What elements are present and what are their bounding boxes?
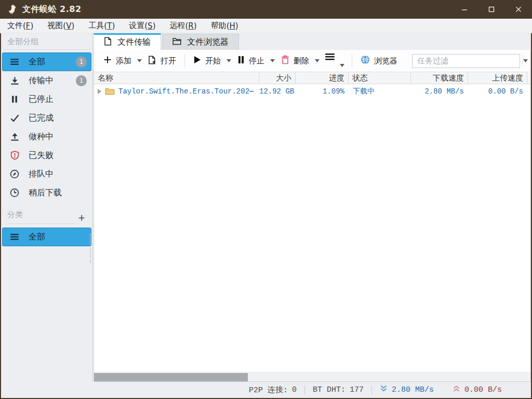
menu-tools[interactable]: 工具(T) (88, 21, 115, 31)
download-icon (9, 76, 20, 85)
sidebar-item-seeding[interactable]: 做种中 (2, 127, 91, 146)
sidebar-item-label: 已失败 (29, 150, 54, 161)
chevron-down-icon[interactable] (270, 59, 275, 62)
task-name-cell: Taylor.Swift.The.Eras.Tour.202⋯ (94, 87, 259, 96)
p2p-connections: P2P 连接: 0 (249, 385, 297, 395)
window-controls (451, 0, 532, 19)
column-header-stub (527, 72, 532, 84)
app-window: 文件蜈蚣 2.82 文件(F) 视图(V) 工具(T) 设置(S) 远程(R) … (0, 0, 532, 399)
maximize-button[interactable] (478, 0, 505, 19)
task-down-speed: 2.80 MB/s (411, 87, 468, 96)
start-button[interactable]: 开始 (190, 53, 234, 69)
count-badge: 1 (76, 57, 87, 68)
group-section-label: 全部分组 (1, 35, 92, 49)
menu-remote[interactable]: 远程(R) (169, 21, 196, 31)
open-button[interactable]: 打开 (145, 53, 179, 69)
sidebar-item-completed[interactable]: 已完成 (2, 109, 91, 127)
task-size: 12.92 GB (259, 87, 296, 96)
statusbar-divider (304, 385, 305, 395)
tab-file-transfer[interactable]: 文件传输 (94, 33, 161, 50)
pause-icon (9, 95, 20, 103)
sidebar-item-all[interactable]: 全部 1 (2, 52, 91, 71)
task-filter-combobox (412, 54, 520, 68)
transfer-panel: 添加 打开 (94, 50, 531, 382)
sidebar-item-stopped[interactable]: 已停止 (2, 90, 91, 109)
category-item-all[interactable]: 全部 (2, 228, 91, 246)
column-header-name[interactable]: 名称 (94, 72, 259, 84)
titlebar: 文件蜈蚣 2.82 (0, 0, 532, 19)
p2p-value: 0 (292, 385, 297, 394)
table-header: 名称 大小 进度 状态 下载速度 上传速度 (94, 72, 530, 84)
check-icon (9, 114, 20, 122)
expand-arrow-icon[interactable] (98, 89, 101, 94)
sidebar-item-label: 已完成 (29, 113, 54, 124)
sidebar-item-queued[interactable]: 排队中 (2, 165, 91, 183)
globe-icon (361, 55, 370, 66)
minimize-button[interactable] (451, 0, 478, 19)
category-section: 分类 + (1, 208, 92, 224)
sidebar: 全部分组 全部 1 传输中 1 (1, 33, 92, 382)
chevron-down-icon[interactable] (137, 59, 142, 62)
task-status: 下载中 (349, 87, 411, 96)
folder-icon (172, 37, 181, 47)
main-area: 文件传输 文件浏览器 (94, 33, 531, 382)
sidebar-item-label: 稍后下载 (29, 188, 62, 198)
plus-icon (103, 56, 112, 66)
add-category-button[interactable]: + (76, 212, 87, 224)
tab-label: 文件浏览器 (187, 37, 229, 48)
hamburger-menu-icon (325, 52, 335, 63)
window-title: 文件蜈蚣 2.82 (22, 4, 82, 15)
sidebar-item-transferring[interactable]: 传输中 1 (2, 71, 91, 90)
chevron-down-icon[interactable] (340, 60, 344, 69)
task-filter-input[interactable] (413, 55, 523, 68)
p2p-label: P2P 连接: (249, 385, 288, 395)
sidebar-item-label: 传输中 (29, 75, 54, 86)
tab-label: 文件传输 (117, 37, 151, 48)
app-body: 全部分组 全部 1 传输中 1 (1, 33, 531, 398)
global-down-speed: 2.80 MB/s (380, 385, 434, 395)
stop-button[interactable]: 停止 (234, 53, 278, 69)
statusbar: P2P 连接: 0 BT DHT: 177 2.80 MB/s 0.00 B/ (1, 382, 531, 398)
column-header-progress[interactable]: 进度 (296, 72, 349, 84)
close-button[interactable] (505, 0, 532, 19)
clock-icon (9, 188, 20, 197)
horizontal-scrollbar-thumb[interactable] (94, 373, 248, 381)
menu-settings[interactable]: 设置(S) (129, 21, 155, 31)
upload-icon (9, 132, 20, 141)
menu-icon (9, 233, 20, 241)
combobox-dropdown-button[interactable] (523, 55, 528, 68)
menu-icon (9, 58, 20, 66)
column-header-down-speed[interactable]: 下载速度 (411, 72, 468, 84)
sidebar-item-label: 做种中 (29, 131, 54, 142)
document-icon (104, 37, 112, 48)
chevron-down-icon[interactable] (315, 59, 320, 62)
double-chevron-up-icon (453, 385, 460, 395)
global-up-speed: 0.00 B/s (453, 385, 502, 395)
add-button[interactable]: 添加 (100, 53, 145, 69)
dht-label: BT DHT: (313, 385, 345, 394)
table-row[interactable]: Taylor.Swift.The.Eras.Tour.202⋯ 12.92 GB… (94, 84, 530, 98)
sidebar-item-label: 已停止 (29, 94, 54, 105)
sidebar-item-failed[interactable]: 已失败 (2, 146, 91, 165)
more-actions-button[interactable] (323, 50, 347, 72)
sidebar-scrollbar[interactable] (90, 234, 91, 263)
column-header-status[interactable]: 状态 (349, 72, 411, 84)
menubar: 文件(F) 视图(V) 工具(T) 设置(S) 远程(R) 帮助(H) (0, 19, 532, 33)
chevron-down-icon[interactable] (227, 59, 231, 62)
column-header-size[interactable]: 大小 (259, 72, 296, 84)
delete-button[interactable]: 删除 (278, 52, 323, 69)
browser-button[interactable]: 浏览器 (357, 52, 401, 69)
menu-view[interactable]: 视图(V) (47, 21, 74, 31)
toolbar-separator (352, 54, 352, 68)
horizontal-scrollbar[interactable] (94, 372, 530, 381)
document-plus-icon (148, 56, 156, 66)
column-header-up-speed[interactable]: 上传速度 (468, 72, 527, 84)
pause-icon (237, 56, 245, 66)
menu-file[interactable]: 文件(F) (7, 21, 33, 31)
tab-file-browser[interactable]: 文件浏览器 (162, 34, 239, 50)
dht-value: 177 (350, 385, 364, 394)
menu-help[interactable]: 帮助(H) (211, 21, 238, 31)
play-icon (193, 56, 201, 66)
sidebar-item-download-later[interactable]: 稍后下载 (2, 183, 91, 202)
statusbar-divider (371, 385, 372, 395)
